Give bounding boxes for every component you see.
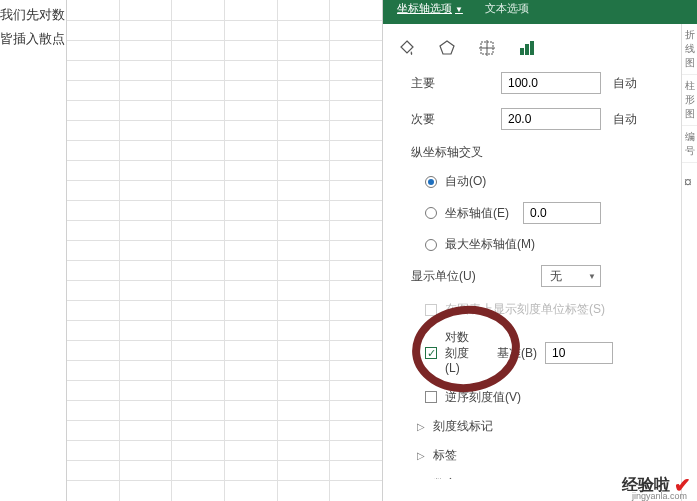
watermark-sub: jingyanla.com: [632, 491, 687, 501]
radio-icon: [425, 207, 437, 219]
minor-auto: 自动: [613, 111, 637, 128]
checkbox-icon: ✓: [425, 347, 437, 359]
chevron-down-icon: ▼: [588, 272, 596, 281]
radio-auto-label: 自动(O): [445, 173, 486, 190]
radio-axis-value-label: 坐标轴值(E): [445, 205, 509, 222]
display-units-value: 无: [550, 268, 562, 285]
log-base-input[interactable]: [545, 342, 613, 364]
minor-input[interactable]: [501, 108, 601, 130]
radio-icon: [425, 239, 437, 251]
right-stripe: 折线图 柱形图 编号 ¤: [681, 24, 697, 501]
tab-text-options[interactable]: 文本选项: [485, 1, 529, 16]
chevron-down-icon: ▼: [455, 5, 463, 14]
major-input[interactable]: [501, 72, 601, 94]
reverse-label: 逆序刻度值(V): [445, 389, 521, 406]
axis-value-input[interactable]: [523, 202, 601, 224]
chart-icon[interactable]: [517, 38, 537, 58]
radio-icon: [425, 176, 437, 188]
radio-max-axis[interactable]: 最大坐标轴值(M): [411, 236, 683, 253]
show-unit-labels-label: 在图表上显示刻度单位标签(S): [445, 301, 605, 318]
size-icon[interactable]: [477, 38, 497, 58]
radio-axis-value[interactable]: 坐标轴值(E): [411, 202, 683, 224]
log-scale-check[interactable]: ✓ 对数刻度(L) 基准(B): [411, 330, 683, 377]
format-axis-panel: 坐标轴选项▼ 文本选项 主要 自动 次要 自动 纵坐标轴交叉: [382, 0, 697, 501]
stripe-item[interactable]: 柱形图: [682, 75, 697, 126]
checkbox-icon: [425, 304, 437, 316]
tree-labels[interactable]: ▷ 标签: [411, 447, 683, 464]
tree-numbers-label: 数字: [433, 476, 457, 479]
log-scale-label: 对数刻度(L): [445, 330, 479, 377]
svg-rect-4: [520, 48, 524, 55]
minor-label: 次要: [411, 111, 501, 128]
fill-icon[interactable]: [397, 38, 417, 58]
chevron-right-icon: ▷: [417, 421, 425, 432]
radio-auto[interactable]: 自动(O): [411, 173, 683, 190]
display-units-label: 显示单位(U): [411, 268, 541, 285]
radio-max-axis-label: 最大坐标轴值(M): [445, 236, 535, 253]
effects-icon[interactable]: [437, 38, 457, 58]
svg-rect-5: [525, 44, 529, 55]
major-auto: 自动: [613, 75, 637, 92]
svg-marker-0: [440, 41, 454, 54]
category-icons: [383, 24, 697, 68]
show-unit-labels-check: 在图表上显示刻度单位标签(S): [411, 301, 683, 318]
page-text-1: 我们先对数: [0, 6, 65, 24]
chevron-right-icon: ▷: [417, 450, 425, 461]
tab-axis-options[interactable]: 坐标轴选项▼: [397, 1, 463, 16]
display-units-select[interactable]: 无 ▼: [541, 265, 601, 287]
spreadsheet-grid[interactable]: [66, 0, 382, 501]
svg-rect-6: [530, 41, 534, 55]
reverse-check[interactable]: 逆序刻度值(V): [411, 389, 683, 406]
vert-cross-title: 纵坐标轴交叉: [411, 144, 683, 161]
major-label: 主要: [411, 75, 501, 92]
tree-tick-marks[interactable]: ▷ 刻度线标记: [411, 418, 683, 435]
tree-labels-label: 标签: [433, 447, 457, 464]
checkbox-icon: [425, 391, 437, 403]
log-base-label: 基准(B): [497, 345, 537, 362]
stripe-item[interactable]: 折线图: [682, 24, 697, 75]
stripe-item[interactable]: 编号: [682, 126, 697, 163]
page-text-2: 皆插入散点: [0, 30, 65, 48]
tree-tick-marks-label: 刻度线标记: [433, 418, 493, 435]
